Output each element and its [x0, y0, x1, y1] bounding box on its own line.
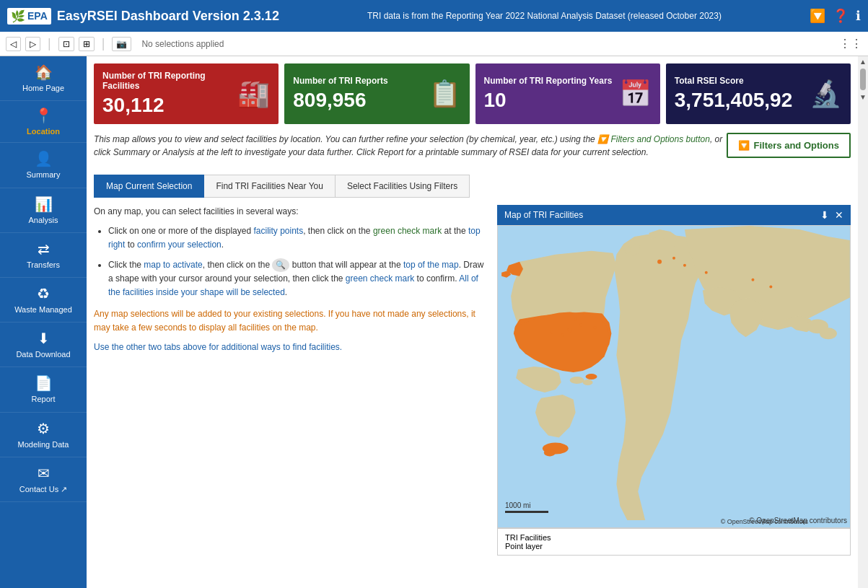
sidebar-label-transfers: Transfers — [27, 260, 60, 270]
leaf-icon: 🌿 — [11, 9, 25, 23]
stat-text-years: Number of TRI Reporting Years 10 — [484, 76, 613, 112]
main-content: Number of TRI Reporting Facilities 30,11… — [87, 56, 858, 588]
tab-find-near[interactable]: Find TRI Facilities Near You — [204, 175, 336, 198]
sidebar-label-report: Report — [31, 395, 55, 404]
blue-note: Use the other two tabs above for additio… — [94, 341, 490, 354]
legend-title: TRI Facilities — [505, 533, 551, 542]
description-area: 🔽 Filters and Options This map allows yo… — [94, 133, 851, 167]
sidebar: 🏠 Home Page 📍 Location 👤 Summary 📊 Analy… — [0, 56, 87, 588]
svg-point-4 — [544, 449, 556, 457]
data-notice: TRI data is from the Reporting Year 2022… — [279, 11, 810, 21]
screenshot-button[interactable]: 📷 — [112, 37, 131, 51]
tabs-row: Map Current Selection Find TRI Facilitie… — [94, 175, 851, 198]
zoom-selection-button[interactable]: ⊡ — [58, 37, 74, 51]
scroll-down-arrow[interactable]: ▼ — [859, 93, 867, 101]
map-scale-bar — [505, 511, 548, 513]
analysis-icon: 📊 — [35, 196, 53, 213]
report-icon: 📄 — [35, 374, 53, 392]
legend-subtitle: Point layer — [505, 542, 543, 550]
svg-point-20 — [683, 264, 686, 267]
sidebar-item-waste[interactable]: ♻ Waste Managed — [0, 278, 87, 322]
stat-value-years: 10 — [484, 89, 613, 112]
stat-text-rsei: Total RSEI Score 3,751,405,92 — [675, 76, 793, 112]
map-expand-icon[interactable]: ✕ — [835, 209, 843, 221]
stat-card-facilities: Number of TRI Reporting Facilities 30,11… — [94, 63, 279, 124]
toolbar: ◁ ▷ | ⊡ ⊞ | 📷 No selections applied ⋮⋮ — [0, 32, 868, 56]
filter-btn-label: Filters and Options — [754, 140, 839, 151]
intro-text: On any map, you can select facilities in… — [94, 205, 490, 219]
sidebar-item-contact[interactable]: ✉ Contact Us ↗ — [0, 457, 87, 502]
map-header-icons: ⬇ ✕ — [820, 209, 843, 221]
svg-point-15 — [561, 333, 564, 336]
sidebar-item-download[interactable]: ⬇ Data Download — [0, 322, 87, 367]
help-icon[interactable]: ❓ — [833, 8, 849, 24]
no-selections-label: No selections applied — [141, 39, 224, 49]
filters-link: 🔽 Filters and Options button — [597, 134, 710, 144]
grid-icon[interactable]: ⋮⋮ — [839, 37, 862, 51]
stat-card-rsei: Total RSEI Score 3,751,405,92 🔬 — [666, 63, 851, 124]
sidebar-item-modeling[interactable]: ⚙ Modeling Data — [0, 413, 87, 457]
scroll-thumb[interactable] — [860, 69, 866, 90]
orange-note: Any map selections will be added to your… — [94, 307, 490, 335]
map-svg[interactable]: 1000 mi © OpenStreetMap contributors — [498, 226, 850, 527]
svg-point-2 — [820, 328, 837, 339]
filter-icon[interactable]: 🔽 — [810, 8, 825, 24]
sidebar-item-report[interactable]: 📄 Report — [0, 367, 87, 412]
tab-select-filters[interactable]: Select Facilities Using Filters — [336, 175, 470, 198]
svg-point-16 — [594, 326, 597, 329]
stat-icon-rsei: 🔬 — [810, 79, 842, 109]
sidebar-label-home: Home Page — [22, 84, 64, 93]
zoom-back-button[interactable]: ◁ — [6, 37, 21, 51]
sidebar-item-analysis[interactable]: 📊 Analysis — [0, 188, 87, 233]
sidebar-item-home[interactable]: 🏠 Home Page — [0, 56, 87, 101]
map-legend: TRI Facilities Point layer — [497, 528, 851, 556]
filters-options-button[interactable]: 🔽 Filters and Options — [727, 133, 851, 158]
svg-point-19 — [672, 257, 675, 260]
stat-title-facilities: Number of TRI Reporting Facilities — [102, 71, 237, 91]
right-scrollbar: ▲ ▼ — [858, 56, 868, 588]
svg-point-21 — [657, 260, 662, 264]
map-container: Map of TRI Facilities ⬇ ✕ — [497, 205, 851, 556]
svg-point-22 — [751, 278, 754, 281]
app-header: 🌿 EPA EasyRSEI Dashboard Version 2.3.12 … — [0, 0, 868, 32]
header-icons: 🔽 ❓ ℹ — [810, 8, 861, 24]
scroll-up-arrow[interactable]: ▲ — [859, 58, 867, 66]
stat-card-reports: Number of TRI Reports 809,956 📋 — [284, 63, 469, 124]
stat-icon-years: 📅 — [619, 79, 652, 109]
map-download-icon[interactable]: ⬇ — [820, 209, 829, 221]
stats-row: Number of TRI Reporting Facilities 30,11… — [94, 63, 851, 124]
stat-icon-facilities: 🏭 — [237, 79, 270, 109]
stat-title-rsei: Total RSEI Score — [675, 76, 793, 86]
expand-button[interactable]: ⊞ — [79, 37, 95, 51]
summary-icon: 👤 — [35, 150, 53, 167]
app-title: EasyRSEI Dashboard Version 2.3.12 — [57, 9, 279, 24]
svg-point-14 — [579, 323, 582, 326]
main-layout: 🏠 Home Page 📍 Location 👤 Summary 📊 Analy… — [0, 56, 868, 588]
modeling-icon: ⚙ — [37, 420, 50, 437]
svg-point-17 — [574, 317, 577, 320]
instruction-list: Click on one or more of the displayed fa… — [108, 224, 490, 299]
sidebar-item-transfers[interactable]: ⇄ Transfers — [0, 233, 87, 278]
info-icon[interactable]: ℹ — [856, 8, 861, 24]
svg-point-7 — [586, 374, 597, 379]
zoom-forward-button[interactable]: ▷ — [25, 37, 40, 51]
waste-icon: ♻ — [37, 285, 50, 302]
map-area[interactable]: 1000 mi © OpenStreetMap contributors — [497, 225, 851, 528]
svg-point-6 — [583, 379, 593, 385]
svg-point-24 — [705, 271, 708, 274]
logo-area: 🌿 EPA EasyRSEI Dashboard Version 2.3.12 — [7, 8, 279, 25]
sidebar-label-download: Data Download — [16, 350, 70, 359]
instruction-item-1: Click on one or more of the displayed fa… — [108, 224, 490, 252]
svg-point-18 — [551, 330, 553, 333]
transfers-icon: ⇄ — [38, 240, 50, 258]
svg-point-5 — [570, 377, 584, 384]
location-icon: 📍 — [35, 107, 53, 124]
sidebar-item-summary[interactable]: 👤 Summary — [0, 143, 87, 188]
sidebar-item-location[interactable]: 📍 Location — [0, 101, 87, 143]
stat-icon-reports: 📋 — [429, 79, 461, 109]
sidebar-label-contact: Contact Us ↗ — [19, 485, 67, 494]
map-scale: 1000 mi — [505, 501, 548, 513]
sidebar-label-summary: Summary — [26, 170, 60, 180]
map-title: Map of TRI Facilities — [504, 210, 583, 220]
tab-map-current[interactable]: Map Current Selection — [94, 175, 204, 198]
